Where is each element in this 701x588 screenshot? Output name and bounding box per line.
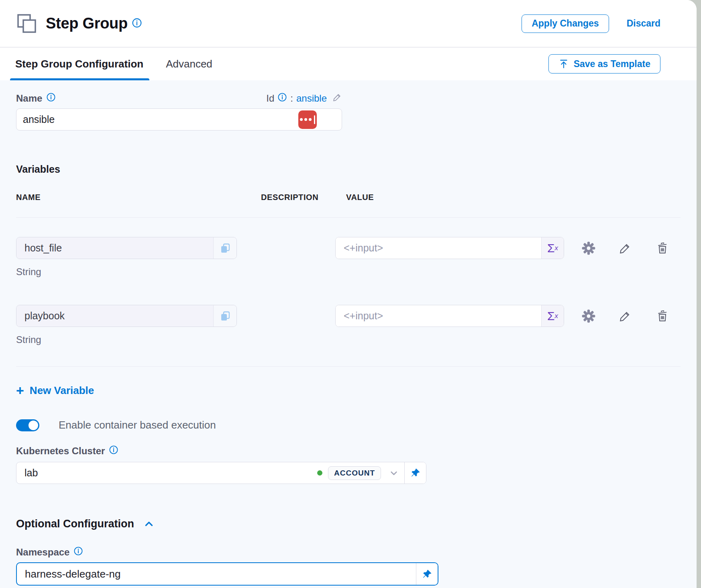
edit-variable-button[interactable] [619, 242, 632, 255]
sigma-icon: Σ [547, 309, 555, 323]
kubernetes-cluster-select: ACCOUNT [16, 462, 426, 484]
variable-settings-button[interactable] [581, 241, 596, 256]
tab-bar: Step Group Configuration Advanced Save a… [0, 47, 697, 80]
configuration-form: Name Id : [0, 80, 697, 588]
id-value: ansible [296, 93, 327, 104]
column-name: NAME [16, 193, 261, 202]
delete-variable-button[interactable] [656, 241, 669, 255]
variable-type-label: String [16, 266, 681, 278]
step-group-icon [16, 13, 38, 35]
container-execution-row: Enable container based execution [16, 419, 681, 431]
tab-configuration-label: Step Group Configuration [15, 58, 143, 70]
expression-type-button[interactable]: Σx [541, 305, 564, 327]
variable-name-input[interactable] [16, 237, 213, 259]
variable-name-input[interactable] [16, 305, 213, 327]
variable-row-host-file: Σx [16, 237, 681, 259]
header-actions: Apply Changes Discard [522, 14, 660, 33]
name-input[interactable] [23, 109, 298, 130]
background-edge [697, 0, 701, 588]
chevron-up-icon [143, 518, 155, 530]
id-line: Id : ansible [266, 92, 342, 104]
variable-type-label: String [16, 334, 681, 345]
table-divider [16, 366, 681, 367]
variable-name-group [16, 305, 237, 327]
discard-button[interactable]: Discard [627, 18, 660, 29]
step-group-info-icon[interactable] [132, 18, 142, 30]
variable-value-input[interactable] [336, 305, 541, 327]
table-divider [16, 217, 681, 218]
tab-advanced[interactable]: Advanced [166, 47, 212, 80]
gear-icon [581, 308, 596, 324]
name-input-shell [16, 108, 342, 131]
tab-step-group-configuration[interactable]: Step Group Configuration [15, 47, 143, 80]
id-label: Id [266, 93, 274, 104]
variable-value-group: Σx [335, 237, 564, 259]
id-info-icon[interactable] [277, 92, 287, 104]
new-variable-button[interactable]: + New Variable [16, 384, 94, 397]
page-title: Step Group [46, 15, 128, 32]
variable-name-group [16, 237, 237, 259]
kubernetes-cluster-label: Kubernetes Cluster [16, 445, 105, 457]
enable-container-execution-toggle[interactable] [16, 419, 39, 431]
pin-icon [410, 468, 421, 478]
variables-column-headers: NAME DESCRIPTION VALUE [16, 193, 681, 202]
namespace-input-group [16, 562, 438, 586]
variable-settings-button[interactable] [581, 308, 596, 324]
namespace-input[interactable] [17, 563, 416, 585]
namespace-label: Namespace [16, 547, 69, 558]
edit-id-icon[interactable] [332, 92, 342, 104]
column-value: VALUE [346, 193, 681, 202]
name-label-row: Name [16, 92, 56, 104]
edit-variable-button[interactable] [619, 310, 632, 323]
active-tab-underline [10, 78, 149, 80]
name-info-icon[interactable] [46, 92, 56, 104]
apply-changes-button[interactable]: Apply Changes [522, 14, 609, 33]
scope-badge: ACCOUNT [328, 466, 381, 480]
chevron-down-icon [388, 468, 399, 479]
container-execution-label: Enable container based execution [59, 419, 216, 431]
variable-value-group: Σx [335, 305, 564, 327]
plus-icon: + [16, 384, 24, 397]
optional-configuration-header[interactable]: Optional Configuration [16, 518, 681, 530]
id-colon: : [290, 93, 293, 104]
tab-advanced-label: Advanced [166, 58, 212, 70]
optional-configuration-label: Optional Configuration [16, 518, 134, 530]
pin-icon [422, 569, 432, 580]
step-group-drawer: Step Group Apply Changes Discard Step Gr… [0, 0, 697, 588]
variable-value-input[interactable] [336, 237, 541, 259]
delete-variable-button[interactable] [656, 309, 669, 323]
kubernetes-cluster-input[interactable] [16, 462, 317, 484]
column-description: DESCRIPTION [261, 193, 346, 202]
save-as-template-label: Save as Template [574, 59, 650, 69]
pencil-icon [619, 310, 632, 323]
gear-icon [581, 241, 596, 256]
drawer-header: Step Group Apply Changes Discard [0, 0, 697, 47]
password-manager-icon[interactable] [298, 110, 317, 129]
namespace-pin-button[interactable] [416, 563, 438, 585]
copy-variable-button[interactable] [213, 305, 236, 327]
copy-icon [220, 310, 231, 322]
sigma-icon: Σ [547, 241, 555, 255]
namespace-label-row: Namespace [16, 546, 681, 558]
kubernetes-cluster-dropdown-button[interactable] [383, 468, 404, 479]
trash-icon [656, 309, 669, 323]
kubernetes-cluster-pin-button[interactable] [404, 462, 426, 484]
trash-icon [656, 241, 669, 255]
kubernetes-cluster-label-row: Kubernetes Cluster [16, 445, 681, 457]
name-id-row: Name Id : [16, 92, 342, 104]
copy-icon [220, 243, 231, 254]
expression-type-button[interactable]: Σx [541, 237, 564, 259]
save-as-template-button[interactable]: Save as Template [548, 54, 660, 74]
toggle-knob [29, 421, 38, 430]
connector-scope: ACCOUNT [317, 466, 381, 480]
variables-heading: Variables [16, 163, 681, 175]
new-variable-label: New Variable [30, 384, 94, 397]
upload-icon [558, 59, 569, 69]
name-label: Name [16, 93, 42, 104]
copy-variable-button[interactable] [213, 237, 236, 259]
kubernetes-cluster-info-icon[interactable] [109, 445, 118, 457]
variable-row-playbook: Σx [16, 305, 681, 327]
namespace-info-icon[interactable] [73, 546, 83, 558]
connector-status-dot [317, 470, 322, 476]
pencil-icon [619, 242, 632, 255]
